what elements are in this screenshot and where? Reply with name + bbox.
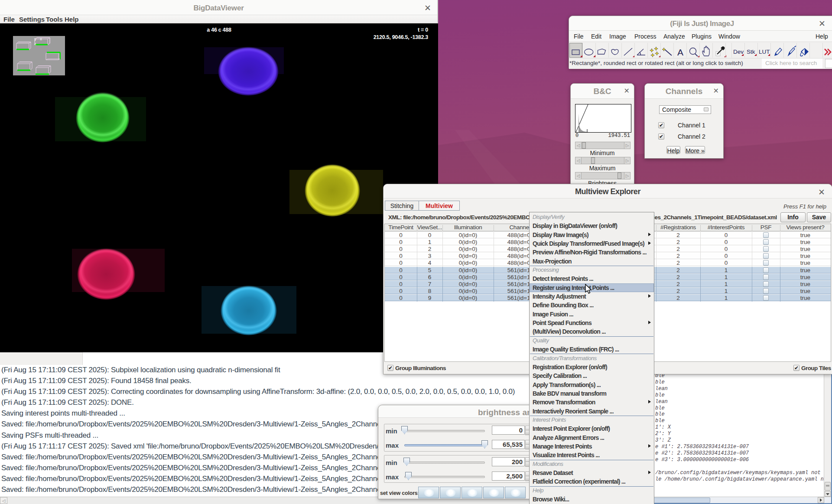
svg-text:Dev: Dev: [733, 49, 744, 55]
svg-text:A: A: [677, 47, 683, 57]
svg-text:y: y: [34, 37, 36, 41]
svg-text:z: z: [34, 42, 36, 46]
svg-text:Stk: Stk: [747, 49, 755, 55]
svg-text:x: x: [40, 37, 42, 41]
svg-text:LUT: LUT: [759, 49, 770, 55]
